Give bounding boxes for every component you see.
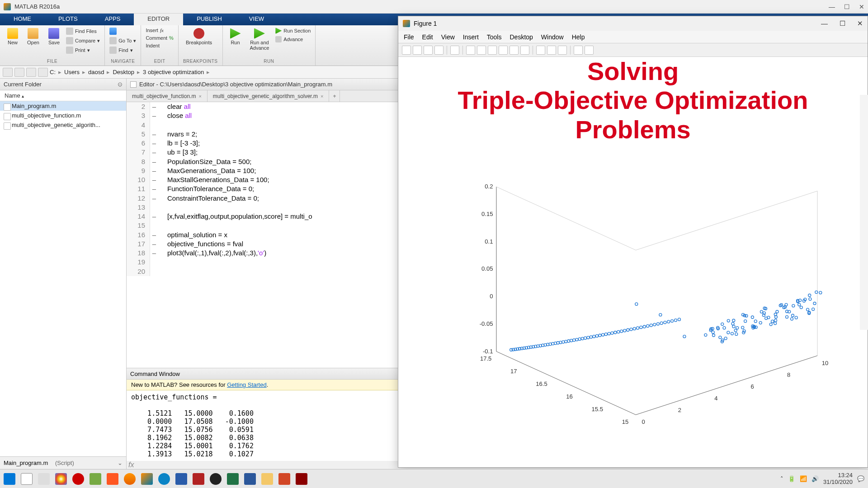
indent-button[interactable]: Indent bbox=[146, 42, 173, 49]
run-advance-button[interactable]: Run and Advance bbox=[247, 27, 272, 52]
menu-file[interactable]: File bbox=[404, 33, 414, 41]
tray-chevron-icon[interactable]: ˄ bbox=[780, 475, 783, 482]
menu-insert[interactable]: Insert bbox=[463, 33, 479, 41]
notifications-icon[interactable]: 💬 bbox=[857, 475, 864, 482]
media-icon[interactable] bbox=[158, 473, 170, 485]
search-icon[interactable] bbox=[21, 473, 33, 485]
paint-icon[interactable] bbox=[261, 473, 273, 485]
close-icon[interactable]: ✕ bbox=[857, 19, 863, 28]
breadcrumb-part[interactable]: C: bbox=[50, 69, 56, 75]
ribbon-tab-home[interactable]: HOME bbox=[0, 14, 45, 25]
brush-icon[interactable] bbox=[520, 46, 529, 55]
menu-tools[interactable]: Tools bbox=[487, 33, 502, 41]
word-icon[interactable] bbox=[244, 473, 256, 485]
run-section-button[interactable]: Run Section bbox=[275, 27, 311, 34]
goto-button[interactable]: Go To ▾ bbox=[109, 37, 136, 45]
figure-canvas[interactable]: SolvingTriple-Objective OptimizationProb… bbox=[398, 57, 868, 467]
excel-icon[interactable] bbox=[227, 473, 239, 485]
minimize-icon[interactable]: — bbox=[829, 3, 835, 10]
record-icon[interactable] bbox=[72, 473, 84, 485]
run-button[interactable]: Run bbox=[227, 27, 244, 46]
find-button[interactable]: Find ▾ bbox=[109, 46, 136, 54]
breakpoints-button[interactable]: Breakpoints bbox=[183, 27, 215, 46]
new-tab-button[interactable]: + bbox=[329, 90, 340, 102]
chrome-icon[interactable] bbox=[55, 473, 67, 485]
pane-collapse-icon[interactable]: ⊙ bbox=[118, 81, 123, 88]
ribbon-tab-editor[interactable]: EDITOR bbox=[134, 14, 183, 25]
file-item[interactable]: Main_program.m bbox=[0, 101, 126, 111]
link-icon[interactable] bbox=[536, 46, 545, 55]
colorbar-icon[interactable] bbox=[547, 46, 556, 55]
firefox-icon[interactable] bbox=[124, 473, 136, 485]
fwd-nav-icon[interactable] bbox=[14, 68, 24, 77]
zoom-in-icon[interactable] bbox=[466, 46, 475, 55]
compare-button[interactable]: Compare ▾ bbox=[66, 37, 100, 45]
breadcrumb-part[interactable]: Desktop bbox=[113, 69, 134, 75]
comment-button[interactable]: Comment % bbox=[146, 35, 173, 41]
app3-icon[interactable] bbox=[296, 473, 307, 485]
ribbon-tab-publish[interactable]: PUBLISH bbox=[183, 14, 236, 25]
print-button[interactable]: Print ▾ bbox=[66, 46, 100, 54]
breadcrumb-part[interactable]: Users bbox=[64, 69, 80, 75]
obs-icon[interactable] bbox=[210, 473, 222, 485]
ribbon-tab-view[interactable]: VIEW bbox=[236, 14, 278, 25]
wifi-icon[interactable]: 📶 bbox=[800, 475, 807, 482]
rotate-3d-icon[interactable] bbox=[499, 46, 508, 55]
task-view-icon[interactable] bbox=[38, 473, 50, 485]
getting-started-link[interactable]: Getting Started bbox=[227, 381, 266, 388]
powerpoint-icon[interactable] bbox=[278, 473, 290, 485]
open-icon[interactable] bbox=[413, 46, 422, 55]
chevron-down-icon[interactable]: ⌄ bbox=[118, 460, 123, 466]
advance-button[interactable]: Advance bbox=[275, 36, 311, 43]
save-icon[interactable] bbox=[424, 46, 433, 55]
folder-nav-icon[interactable] bbox=[38, 68, 48, 77]
legend-icon[interactable] bbox=[558, 46, 567, 55]
back-nav-icon[interactable] bbox=[3, 68, 13, 77]
breadcrumb-part[interactable]: 3 objective optimization bbox=[143, 69, 204, 75]
save-button[interactable]: Save bbox=[46, 27, 62, 46]
pointer-icon[interactable] bbox=[450, 46, 459, 55]
sound-icon[interactable]: 🔊 bbox=[811, 475, 819, 482]
new-figure-icon[interactable] bbox=[402, 46, 411, 55]
menu-edit[interactable]: Edit bbox=[422, 33, 433, 41]
close-tab-icon[interactable]: × bbox=[198, 94, 201, 99]
menu-desktop[interactable]: Desktop bbox=[509, 33, 533, 41]
ribbon-tab-plots[interactable]: PLOTS bbox=[45, 14, 91, 25]
print-icon[interactable] bbox=[434, 46, 443, 55]
ribbon-tab-apps[interactable]: APPS bbox=[91, 14, 134, 25]
breadcrumb-part[interactable]: daosd bbox=[88, 69, 104, 75]
new-button[interactable]: New bbox=[5, 27, 21, 46]
app2-icon[interactable] bbox=[175, 473, 187, 485]
minimize-icon[interactable]: — bbox=[821, 19, 828, 28]
pan-icon[interactable] bbox=[488, 46, 497, 55]
menu-help[interactable]: Help bbox=[572, 33, 585, 41]
up-nav-icon[interactable] bbox=[26, 68, 36, 77]
autocad-icon[interactable] bbox=[193, 473, 204, 485]
maximize-icon[interactable]: ☐ bbox=[844, 3, 850, 10]
file-item[interactable]: multi_objective_genetic_algorith... bbox=[0, 120, 126, 130]
close-icon[interactable]: ✕ bbox=[859, 3, 864, 10]
maximize-icon[interactable]: ☐ bbox=[840, 19, 845, 28]
app-icon[interactable] bbox=[90, 473, 101, 485]
show-plot-tools-icon[interactable] bbox=[585, 46, 594, 55]
insert-button[interactable]: Insert fx bbox=[146, 27, 173, 33]
open-button[interactable]: Open bbox=[24, 27, 42, 46]
menu-view[interactable]: View bbox=[441, 33, 455, 41]
menu-window[interactable]: Window bbox=[541, 33, 564, 41]
file-item[interactable]: multi_objective_function.m bbox=[0, 111, 126, 120]
editor-tab[interactable]: multi_objective_function.m× bbox=[127, 90, 208, 102]
matlab-task-icon[interactable] bbox=[141, 473, 153, 485]
editor-tab[interactable]: multi_objective_genetic_algorithm_solver… bbox=[208, 90, 330, 102]
name-column-header[interactable]: Name ▴ bbox=[0, 90, 126, 101]
start-icon[interactable] bbox=[4, 473, 15, 485]
breadcrumb[interactable]: C:▸Users▸daosd▸Desktop▸3 objective optim… bbox=[50, 69, 210, 75]
back-button[interactable] bbox=[109, 27, 136, 35]
find-files-button[interactable]: Find Files bbox=[66, 27, 100, 35]
battery-icon[interactable]: 🔋 bbox=[788, 475, 795, 482]
clock[interactable]: 13:24 31/10/2020 bbox=[823, 472, 853, 486]
zoom-out-icon[interactable] bbox=[477, 46, 486, 55]
brave-icon[interactable] bbox=[107, 473, 118, 485]
hide-plot-tools-icon[interactable] bbox=[574, 46, 583, 55]
data-cursor-icon[interactable] bbox=[509, 46, 519, 55]
close-tab-icon[interactable]: × bbox=[321, 94, 323, 99]
